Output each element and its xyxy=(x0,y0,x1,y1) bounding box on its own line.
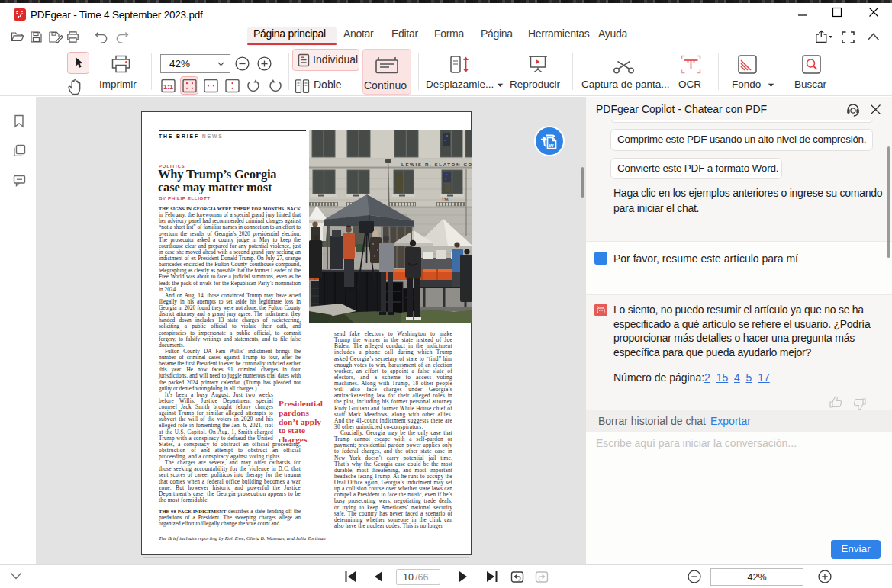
svg-text:LEWIS R. SLATON COU: LEWIS R. SLATON COU xyxy=(401,162,472,167)
svg-text:w: w xyxy=(548,142,554,149)
svg-text:136: 136 xyxy=(442,198,449,202)
svg-text:1:1: 1:1 xyxy=(163,83,173,91)
